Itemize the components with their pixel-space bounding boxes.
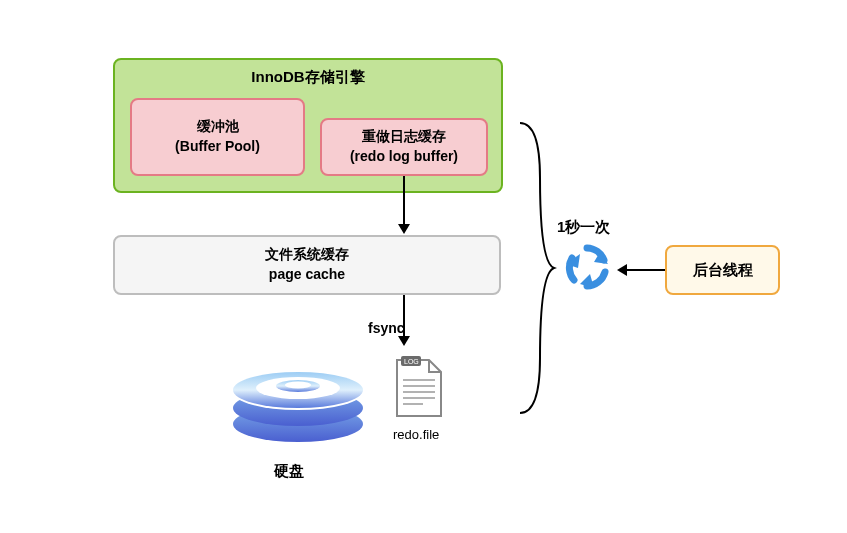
buffer-pool-label-2: (Buffer Pool) bbox=[175, 137, 260, 157]
svg-marker-22 bbox=[617, 264, 627, 276]
redo-buffer-label-2: (redo log buffer) bbox=[350, 147, 458, 167]
page-cache-box: 文件系统缓存 page cache bbox=[113, 235, 501, 295]
interval-label: 1秒一次 bbox=[557, 218, 610, 237]
buffer-pool-label-1: 缓冲池 bbox=[197, 117, 239, 137]
innodb-title: InnoDB存储引擎 bbox=[115, 68, 501, 87]
redo-buffer-label-1: 重做日志缓存 bbox=[362, 127, 446, 147]
arrow-left-icon bbox=[615, 262, 665, 278]
right-brace-icon bbox=[510, 118, 558, 418]
page-cache-label-2: page cache bbox=[269, 265, 345, 285]
buffer-pool-box: 缓冲池 (Buffer Pool) bbox=[130, 98, 305, 176]
background-thread-box: 后台线程 bbox=[665, 245, 780, 295]
svg-point-10 bbox=[285, 382, 311, 389]
redo-file-label: redo.file bbox=[393, 427, 439, 442]
svg-marker-1 bbox=[398, 224, 410, 234]
disk-label: 硬盘 bbox=[274, 462, 304, 481]
bg-thread-label: 后台线程 bbox=[693, 261, 753, 280]
refresh-cycle-icon bbox=[560, 240, 614, 294]
svg-marker-3 bbox=[398, 336, 410, 346]
disk-stack-icon bbox=[226, 346, 371, 451]
arrow-down-icon bbox=[396, 176, 412, 235]
fsync-label: fsync bbox=[368, 320, 405, 336]
svg-text:LOG: LOG bbox=[404, 358, 419, 365]
page-cache-label-1: 文件系统缓存 bbox=[265, 245, 349, 265]
svg-marker-19 bbox=[580, 274, 594, 288]
log-file-icon: LOG bbox=[393, 352, 445, 420]
redo-log-buffer-box: 重做日志缓存 (redo log buffer) bbox=[320, 118, 488, 176]
